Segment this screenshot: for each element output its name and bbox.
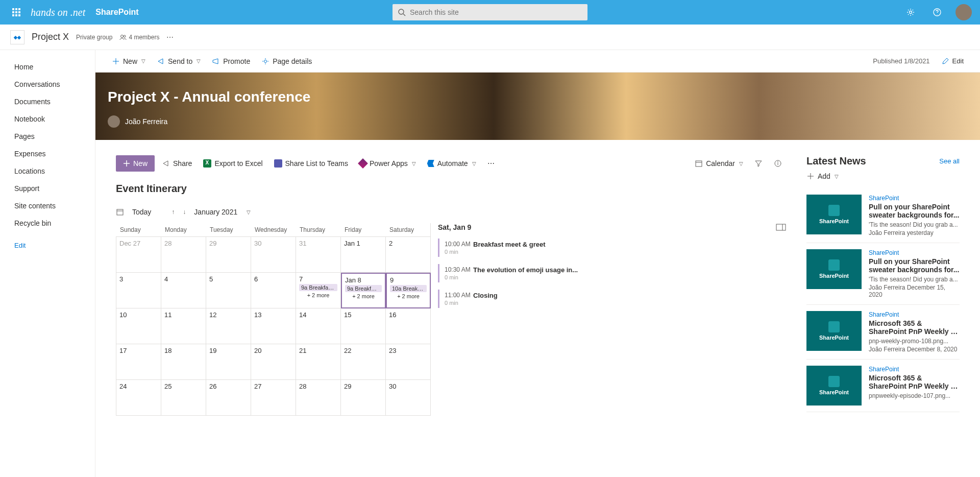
nav-recycle-bin[interactable]: Recycle bin [0,214,95,232]
calendar-cell[interactable]: 5 [206,273,251,308]
month-label[interactable]: January 2021 [194,208,237,216]
edit-page-button[interactable]: Edit [937,53,968,69]
nav-support[interactable]: Support [0,180,95,197]
site-header: ◆◆ Project X Private group 4 members ⋯ [0,25,980,50]
calendar-cell[interactable]: 24 [116,380,161,416]
next-month-button[interactable]: ↓ [183,208,186,216]
calendar-event[interactable]: 9a Breakfast... [299,284,337,291]
news-item[interactable]: SharePointSharePointPull on your SharePo… [806,243,960,305]
account-button[interactable] [951,0,976,25]
more-events-link[interactable]: + 2 more [299,292,337,298]
promote-button[interactable]: Promote [208,53,254,69]
calendar-cell[interactable]: 18 [161,344,206,380]
tenant-logo[interactable]: hands on .net [31,7,85,18]
calendar-cell[interactable]: 10 [116,308,161,344]
new-item-button[interactable]: New [116,155,155,172]
more-events-link[interactable]: + 2 more [345,293,382,299]
list-more-button[interactable]: ⋯ [483,155,499,172]
see-all-link[interactable]: See all [939,157,960,165]
calendar-cell[interactable]: 30 [251,237,296,273]
help-button[interactable] [925,0,949,25]
calendar-cell[interactable]: 22 [341,344,386,380]
calendar-cell[interactable]: 23 [386,344,431,380]
powerapps-button[interactable]: Power Apps▽ [355,155,420,172]
app-launcher[interactable] [4,0,29,25]
calendar-event[interactable]: 10a Breakfas... [390,285,427,292]
calendar-cell[interactable]: 79a Breakfast...+ 2 more [296,273,341,308]
filter-button[interactable] [750,155,767,172]
calendar-event[interactable]: 9a Breakfast... [345,285,382,292]
day-event[interactable]: 10:30 AM0 minThe evolution of emoji usag… [438,264,786,282]
site-logo[interactable]: ◆◆ [10,30,24,44]
calendar-cell[interactable]: 4 [161,273,206,308]
calendar-cell[interactable]: 14 [296,308,341,344]
date-number: 15 [344,311,382,319]
nav-pages[interactable]: Pages [0,128,95,145]
share-teams-button[interactable]: Share List to Teams [270,155,352,172]
more-events-link[interactable]: + 2 more [390,293,427,299]
left-nav: HomeConversationsDocumentsNotebookPagesE… [0,50,95,477]
nav-documents[interactable]: Documents [0,93,95,110]
date-number: 5 [209,275,248,283]
sendto-button[interactable]: Send to▽ [153,53,205,69]
export-excel-button[interactable]: Export to Excel [199,155,266,172]
calendar-cell[interactable]: 27 [251,380,296,416]
calendar-cell[interactable]: 910a Breakfas...+ 2 more [386,273,431,308]
nav-site-contents[interactable]: Site contents [0,197,95,214]
news-item[interactable]: SharePointSharePointMicrosoft 365 & Shar… [806,305,960,360]
nav-edit-link[interactable]: Edit [0,237,95,254]
news-item[interactable]: SharePointSharePointMicrosoft 365 & Shar… [806,360,960,412]
site-title[interactable]: Project X [32,32,69,42]
calendar-cell[interactable]: 20 [251,344,296,380]
expand-icon[interactable] [776,224,786,231]
calendar-cell[interactable]: 21 [296,344,341,380]
info-button[interactable] [770,155,786,172]
today-button[interactable]: Today [132,208,151,216]
prev-month-button[interactable]: ↑ [172,208,175,216]
nav-home[interactable]: Home [0,58,95,76]
calendar-cell[interactable]: Dec 27 [116,237,161,273]
nav-locations[interactable]: Locations [0,162,95,180]
calendar-cell[interactable]: 26 [206,380,251,416]
calendar-cell[interactable]: Jan 1 [341,237,386,273]
new-page-button[interactable]: New▽ [108,53,150,69]
calendar-cell[interactable]: Jan 89a Breakfast...+ 2 more [341,273,386,308]
nav-notebook[interactable]: Notebook [0,110,95,128]
news-byline: João Ferreira December 15, 2020 [869,284,960,298]
day-event[interactable]: 11:00 AM0 minClosing [438,290,786,308]
day-event[interactable]: 10:00 AM0 minBreakfast meet & greet [438,238,786,257]
calendar-cell[interactable]: 3 [116,273,161,308]
view-switcher[interactable]: Calendar▽ [691,155,747,172]
share-button[interactable]: Share [158,155,196,172]
calendar-cell[interactable]: 17 [116,344,161,380]
page-details-button[interactable]: Page details [257,53,316,69]
nav-conversations[interactable]: Conversations [0,76,95,93]
news-category: SharePoint [869,195,960,202]
members-link[interactable]: 4 members [119,34,159,41]
date-number: 9 [390,276,427,284]
calendar-cell[interactable]: 19 [206,344,251,380]
calendar-cell[interactable]: 30 [386,380,431,416]
calendar-cell[interactable]: 28 [296,380,341,416]
settings-button[interactable] [898,0,923,25]
calendar-cell[interactable]: 13 [251,308,296,344]
app-name[interactable]: SharePoint [95,8,138,17]
calendar-cell[interactable]: 29 [206,237,251,273]
calendar-cell[interactable]: 25 [161,380,206,416]
day-header: Monday [161,223,206,236]
news-item[interactable]: SharePointSharePointPull on your SharePo… [806,188,960,243]
calendar-cell[interactable]: 12 [206,308,251,344]
calendar-cell[interactable]: 15 [341,308,386,344]
search-input[interactable] [393,4,587,20]
calendar-cell[interactable]: 2 [386,237,431,273]
nav-expenses[interactable]: Expenses [0,145,95,162]
calendar-cell[interactable]: 16 [386,308,431,344]
calendar-cell[interactable]: 29 [341,380,386,416]
calendar-cell[interactable]: 6 [251,273,296,308]
calendar-cell[interactable]: 31 [296,237,341,273]
add-news-button[interactable]: Add▽ [806,172,960,180]
calendar-cell[interactable]: 11 [161,308,206,344]
automate-button[interactable]: Automate▽ [423,155,480,172]
site-more-button[interactable]: ⋯ [166,33,174,41]
calendar-cell[interactable]: 28 [161,237,206,273]
